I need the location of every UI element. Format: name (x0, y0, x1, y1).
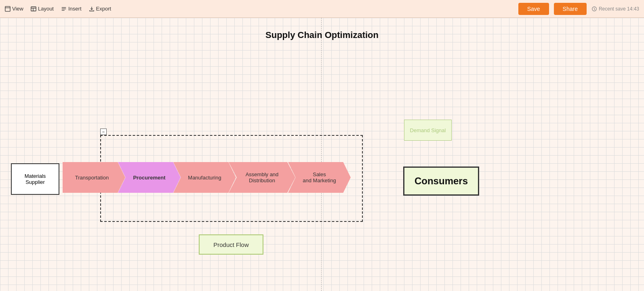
collapse-button[interactable]: − (100, 129, 107, 135)
demand-signal-label: Demand Signal (410, 127, 446, 133)
consumers-box[interactable]: Consumers (403, 167, 479, 196)
menu-insert-label: Insert (68, 6, 82, 12)
arrow-procurement-label: Procurement (133, 175, 165, 181)
insert-icon (61, 6, 67, 12)
menu-export-label: Export (96, 6, 112, 12)
recent-save-label: Recent save 14:43 (599, 6, 639, 12)
canvas[interactable]: Supply Chain Optimization MaterialsSuppl… (0, 18, 644, 291)
toolbar: View Layout Insert Export (0, 0, 644, 18)
toolbar-right: Save Share Recent save 14:43 (518, 3, 639, 15)
arrow-assembly-label: Assembly andDistribution (246, 171, 279, 183)
svg-rect-2 (31, 6, 36, 11)
share-button[interactable]: Share (554, 3, 587, 15)
clock-icon (591, 6, 597, 12)
arrow-sales[interactable]: Salesand Marketing (288, 162, 351, 193)
materials-supplier-label: MaterialsSupplier (25, 173, 46, 185)
materials-supplier-box[interactable]: MaterialsSupplier (11, 163, 59, 195)
layout-icon (31, 6, 36, 12)
arrow-manufacturing-label: Manufacturing (188, 175, 221, 181)
export-icon (89, 6, 95, 12)
arrow-manufacturing[interactable]: Manufacturing (173, 162, 236, 193)
menu-item-view[interactable]: View (5, 6, 23, 12)
menu-item-insert[interactable]: Insert (61, 6, 82, 12)
demand-signal-box[interactable]: Demand Signal (404, 120, 452, 141)
toolbar-menu: View Layout Insert Export (5, 6, 111, 12)
arrow-transportation[interactable]: Transportation (63, 162, 125, 193)
view-icon (5, 6, 11, 12)
product-flow-box[interactable]: Product Flow (199, 234, 263, 255)
product-flow-label: Product Flow (213, 241, 249, 248)
menu-layout-label: Layout (38, 6, 54, 12)
arrows-row: Transportation Procurement Manufacturing… (63, 162, 351, 193)
save-button[interactable]: Save (518, 3, 549, 15)
arrow-assembly[interactable]: Assembly andDistribution (229, 162, 295, 193)
menu-item-export[interactable]: Export (89, 6, 112, 12)
arrow-sales-label: Salesand Marketing (303, 171, 336, 183)
svg-rect-0 (5, 6, 10, 11)
arrow-procurement[interactable]: Procurement (118, 162, 181, 193)
recent-save-indicator: Recent save 14:43 (591, 6, 639, 12)
menu-item-layout[interactable]: Layout (31, 6, 54, 12)
collapse-icon: − (102, 129, 105, 134)
menu-view-label: View (12, 6, 23, 12)
arrow-transportation-label: Transportation (75, 175, 109, 181)
consumers-label: Consumers (415, 175, 468, 187)
diagram-title: Supply Chain Optimization (265, 30, 379, 40)
